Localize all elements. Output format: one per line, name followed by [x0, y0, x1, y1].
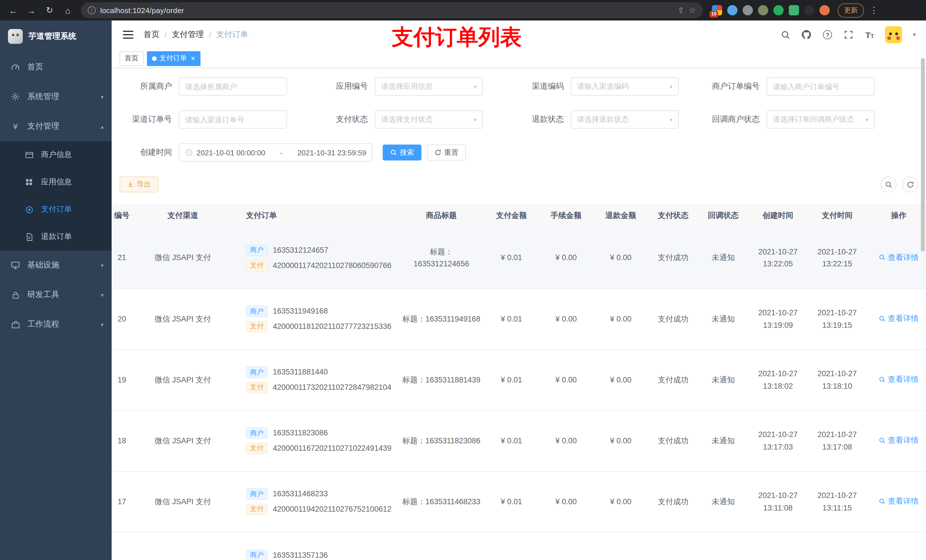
export-button[interactable]: 导出 — [120, 177, 158, 192]
merchant-order-no-field[interactable] — [767, 77, 875, 96]
refresh-table-button[interactable] — [902, 177, 918, 192]
fullscreen-icon[interactable] — [843, 29, 854, 41]
chevron-down-icon: ▾ — [667, 83, 673, 90]
merchant-input[interactable] — [185, 82, 281, 91]
merchant-order-no-input[interactable] — [773, 82, 869, 91]
annotation-title: 支付订单列表 — [392, 23, 522, 52]
pay-status-select[interactable]: 请选择支付状态▾ — [375, 110, 483, 128]
app-select[interactable]: 请选择应用信息▾ — [375, 77, 483, 96]
extension-icon-1[interactable]: 10 — [712, 5, 722, 15]
table-row[interactable]: 20 微信 JSAPI 支付 商户 1635311949168 支付 42000… — [112, 288, 926, 349]
pay-time: 2021-10-27 13:17:08 — [808, 410, 867, 471]
view-detail-link[interactable]: 查看详情 — [879, 495, 918, 507]
sidebar-item-system[interactable]: 系统管理 ▾ — [0, 82, 112, 112]
fee-amount: ¥ 0.00 — [539, 349, 593, 410]
view-detail-link[interactable]: 查看详情 — [879, 373, 918, 386]
table-row[interactable]: 19 微信 JSAPI 支付 商户 1635311881440 支付 42000… — [112, 349, 926, 410]
github-icon[interactable] — [801, 29, 812, 41]
date-start-value[interactable]: 2021-10-01 00:00:00 — [197, 148, 265, 157]
sidebar-item-payment[interactable]: ¥ 支付管理 ▴ — [0, 112, 112, 141]
sidebar-item-merchant-info[interactable]: 商户信息 — [0, 141, 112, 169]
fee-amount: ¥ 0.00 — [539, 288, 593, 349]
sidebar-toggle-icon[interactable] — [121, 26, 138, 43]
table-header-row: 编号 支付渠道 支付订单 商品标题 支付金额 手续金额 退款金额 支付状态 回调… — [112, 204, 926, 228]
sidebar-item-label: 基础设施 — [27, 260, 59, 270]
sidebar-item-dev-tools[interactable]: 研发工具 ▾ — [0, 280, 112, 309]
user-avatar[interactable] — [885, 26, 902, 43]
extension-icon-7[interactable] — [804, 5, 814, 15]
order-id: 20 — [112, 288, 149, 349]
view-detail-link[interactable]: 查看详情 — [879, 312, 918, 325]
pay-amount: ¥ 0.01 — [484, 349, 539, 410]
tab-pay-order[interactable]: 支付订单 × — [147, 51, 200, 66]
sidebar-item-home[interactable]: 首页 — [0, 52, 112, 82]
refund-amount: ¥ 0.00 — [593, 471, 648, 532]
site-info-icon[interactable]: i — [88, 6, 96, 14]
action-cell: 查看详情 — [867, 288, 926, 349]
channel-order-no: 4200001167202110271022491439 — [273, 442, 391, 454]
app-title: 芋道管理系统 — [29, 31, 76, 42]
action-cell: 查看详情 — [867, 410, 926, 471]
create-time: 2021-10-27 13:11:08 — [748, 471, 808, 532]
notify-status-select[interactable]: 请选择订单回调商户状态▾ — [767, 110, 875, 128]
date-end-value[interactable]: 2021-10-31 23:59:59 — [298, 148, 366, 157]
channel-order-no-input[interactable] — [185, 115, 281, 124]
extension-icon-2[interactable] — [727, 5, 737, 15]
sidebar-item-infrastructure[interactable]: 基础设施 ▾ — [0, 251, 112, 280]
url-text[interactable]: localhost:1024/pay/order — [100, 6, 184, 15]
sidebar-item-workflow[interactable]: 工作流程 ▾ — [0, 309, 112, 339]
clock-icon — [185, 148, 193, 157]
scrollbar-thumb[interactable] — [921, 58, 925, 252]
browser-forward-icon[interactable]: → — [24, 3, 39, 18]
action-cell: 查看详情 — [867, 471, 926, 532]
refresh-icon — [434, 149, 441, 156]
sidebar-item-refund-order[interactable]: 退款订单 — [0, 223, 112, 251]
refund-status-select[interactable]: 请选择退款状态▾ — [570, 110, 679, 128]
table-row[interactable]: 17 微信 JSAPI 支付 商户 1635311468233 支付 42000… — [112, 471, 926, 532]
toggle-search-button[interactable] — [881, 177, 896, 192]
share-icon[interactable]: ⇧ — [678, 6, 684, 15]
channel-code-select[interactable]: 请输入渠道编码▾ — [570, 77, 679, 96]
view-detail-link[interactable]: 查看详情 — [879, 251, 918, 264]
table-row[interactable]: 商户 1635311357136 支付 查看详情 — [112, 532, 926, 560]
reset-button[interactable]: 重置 — [427, 145, 466, 160]
filter-pay-status: 支付状态 请选择支付状态▾ — [316, 110, 483, 128]
table-row[interactable]: 21 微信 JSAPI 支付 商户 1635312124657 支付 42000… — [112, 228, 926, 288]
extension-icon-6[interactable] — [789, 5, 799, 15]
breadcrumb-home[interactable]: 首页 — [144, 30, 159, 40]
extension-icon-4[interactable] — [758, 5, 768, 15]
orders-table-wrap[interactable]: 编号 支付渠道 支付订单 商品标题 支付金额 手续金额 退款金额 支付状态 回调… — [112, 204, 926, 560]
browser-home-icon[interactable]: ⌂ — [61, 3, 75, 18]
browser-profile-avatar[interactable] — [820, 5, 830, 15]
breadcrumb: 首页 / 支付管理 / 支付订单 — [144, 30, 248, 40]
browser-back-icon[interactable]: ← — [6, 3, 21, 18]
merchant-select[interactable] — [179, 77, 287, 96]
font-size-icon[interactable]: TT — [864, 29, 875, 41]
browser-update-button[interactable]: 更新 — [838, 3, 864, 17]
date-range-picker[interactable]: 2021-10-01 00:00:00 - 2021-10-31 23:59:5… — [179, 143, 372, 162]
navbar-actions: ? TT ▼ — [780, 26, 917, 43]
sidebar: 芋道管理系统 首页 系统管理 ▾ ¥ 支付管理 ▴ — [0, 21, 112, 560]
user-menu-caret-icon[interactable]: ▼ — [912, 32, 917, 38]
extension-icon-5[interactable] — [773, 5, 784, 15]
close-icon[interactable]: × — [191, 54, 195, 62]
search-button[interactable]: 搜索 — [383, 145, 421, 160]
bookmark-star-icon[interactable]: ☆ — [689, 6, 696, 15]
col-header-channel: 支付渠道 — [149, 204, 216, 228]
tab-home[interactable]: 首页 — [120, 51, 144, 66]
sidebar-item-app-info[interactable]: 应用信息 — [0, 169, 112, 196]
view-detail-link[interactable]: 查看详情 — [879, 434, 918, 447]
table-row[interactable]: 18 微信 JSAPI 支付 商户 1635311823086 支付 42000… — [112, 410, 926, 471]
pay-tag: 支付 — [246, 382, 268, 393]
fee-amount: ¥ 0.00 — [539, 228, 593, 288]
address-bar[interactable]: i localhost:1024/pay/order ⇧ ☆ — [81, 2, 703, 18]
search-icon[interactable] — [780, 29, 791, 41]
channel-order-no-field[interactable] — [179, 110, 287, 128]
help-icon[interactable]: ? — [822, 29, 833, 41]
breadcrumb-pay-manage[interactable]: 支付管理 — [172, 30, 204, 40]
col-header-fee: 手续金额 — [539, 204, 593, 228]
extension-icon-3[interactable] — [743, 5, 753, 15]
browser-reload-icon[interactable]: ↻ — [42, 3, 57, 18]
sidebar-item-pay-order[interactable]: 支付订单 — [0, 196, 112, 223]
browser-menu-icon[interactable]: ⋮ — [870, 5, 878, 15]
